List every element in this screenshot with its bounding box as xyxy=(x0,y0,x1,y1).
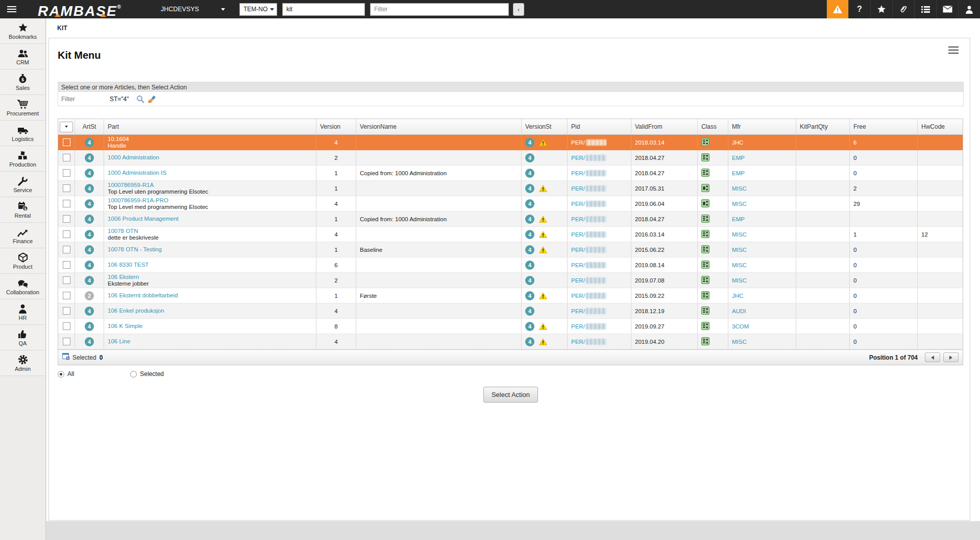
part-link[interactable]: 1000786959-R1A xyxy=(108,182,208,189)
sidebar-item-rental[interactable]: $ Rental xyxy=(0,197,45,223)
attachments-button[interactable] xyxy=(892,0,914,18)
sidebar-item-production[interactable]: Production xyxy=(0,146,45,172)
sidebar-item-sales[interactable]: $ Sales xyxy=(0,69,45,95)
row-checkbox[interactable] xyxy=(63,261,70,269)
part-link[interactable]: 106 8330 TEST xyxy=(108,262,149,268)
pid-link[interactable]: PER/ xyxy=(571,216,585,222)
radio-all[interactable] xyxy=(58,371,64,378)
mfr-link[interactable]: EMP xyxy=(732,216,745,222)
part-link[interactable]: 106 Eksternt dobbeltarbeid xyxy=(108,292,178,299)
sidebar-item-admin[interactable]: Admin xyxy=(0,350,45,376)
pid-link[interactable]: PER/ xyxy=(571,201,585,207)
table-row[interactable]: 4 10.1604 Handle 4 4 PER/ 2018.03.14 JHC… xyxy=(58,135,963,150)
pid-link[interactable]: PER/ xyxy=(571,247,585,253)
column-header-kitpartqty[interactable]: KitPartQty xyxy=(796,119,850,134)
pid-link[interactable]: PER/ xyxy=(571,293,585,299)
sidebar-item-service[interactable]: Service xyxy=(0,172,45,197)
column-header-class[interactable]: Class xyxy=(698,119,728,134)
part-link[interactable]: 1000786959-R1A-PRO xyxy=(108,197,208,204)
row-checkbox[interactable] xyxy=(63,246,70,253)
mfr-link[interactable]: MISC xyxy=(732,262,747,268)
column-header-part[interactable]: Part xyxy=(104,119,316,134)
mfr-link[interactable]: MISC xyxy=(732,201,747,207)
table-row[interactable]: 4 10078 OTN dette er beskrivesle 4 4 PER… xyxy=(58,227,963,242)
row-checkbox[interactable] xyxy=(63,184,70,192)
panel-menu-hamburger-icon[interactable] xyxy=(948,46,959,54)
part-link[interactable]: 106 Enkel produksjon xyxy=(108,308,164,314)
table-row[interactable]: 4 106 K Simple 8 4 PER/ 2019.09.27 3COM … xyxy=(58,319,963,334)
column-header-versionst[interactable]: VersionSt xyxy=(522,119,568,134)
column-header-free[interactable]: Free xyxy=(850,119,918,134)
mfr-link[interactable]: MISC xyxy=(732,277,747,284)
select-all-dropdown[interactable] xyxy=(60,122,73,132)
mfr-link[interactable]: MISC xyxy=(732,247,747,253)
next-page-button[interactable] xyxy=(943,353,959,362)
mfr-link[interactable]: MISC xyxy=(732,231,747,238)
sidebar-item-crm[interactable]: CRM xyxy=(0,44,45,69)
row-checkbox[interactable] xyxy=(63,215,70,223)
part-link[interactable]: 1000 Administration IS xyxy=(108,170,166,176)
global-filter-input[interactable] xyxy=(370,3,509,16)
sidebar-item-hr[interactable]: HR xyxy=(0,299,45,325)
column-header-versionname[interactable]: VersionName xyxy=(356,119,522,134)
table-row[interactable]: 4 1000786959-R1A Top Level uten programm… xyxy=(58,181,963,196)
database-select[interactable]: TEM-NO xyxy=(239,3,277,16)
row-checkbox[interactable] xyxy=(63,338,70,345)
mfr-link[interactable]: 3COM xyxy=(732,323,749,330)
part-link[interactable]: 106 Ekstern xyxy=(108,274,149,280)
tasks-list-button[interactable] xyxy=(914,0,936,18)
pid-link[interactable]: PER/ xyxy=(571,323,585,330)
row-checkbox[interactable] xyxy=(63,169,70,177)
table-row[interactable]: 4 106 Ekstern Eksterne jobber 2 4 PER/ 2… xyxy=(58,273,963,288)
table-row[interactable]: 4 1000 Administration IS 1 Copied from: … xyxy=(58,166,963,181)
table-row[interactable]: 2 106 Eksternt dobbeltarbeid 1 Første 4 … xyxy=(58,288,963,303)
system-select[interactable]: JHCDEVSYS xyxy=(161,0,228,18)
sidebar-item-collaboration[interactable]: Collaboration xyxy=(0,274,45,299)
row-checkbox[interactable] xyxy=(63,276,70,284)
mfr-link[interactable]: MISC xyxy=(732,339,747,345)
table-row[interactable]: 4 1006 Product Management 1 Copied from:… xyxy=(58,212,963,227)
prev-page-button[interactable] xyxy=(925,353,940,362)
sidebar-item-bookmarks[interactable]: Bookmarks xyxy=(0,18,45,44)
column-header-pid[interactable]: Pid xyxy=(568,119,631,134)
pid-link[interactable]: PER/ xyxy=(571,170,585,176)
user-account-button[interactable] xyxy=(958,0,980,18)
row-checkbox[interactable] xyxy=(63,138,70,146)
global-search-input[interactable] xyxy=(282,3,365,16)
row-checkbox[interactable] xyxy=(63,154,70,161)
mfr-link[interactable]: JHC xyxy=(732,293,743,299)
alert-button[interactable] xyxy=(826,0,848,18)
table-row[interactable]: 4 106 Line 4 4 PER/ 2019.04.20 MISC 0 xyxy=(58,334,963,349)
pid-link[interactable]: PER/ xyxy=(571,277,585,284)
mfr-link[interactable]: JHC xyxy=(732,139,743,146)
radio-selected[interactable] xyxy=(130,371,137,378)
collapse-search-button[interactable]: ‹ xyxy=(513,3,524,16)
part-link[interactable]: 10.1604 xyxy=(108,136,129,143)
favorites-button[interactable] xyxy=(870,0,892,18)
pid-link[interactable]: PER/ xyxy=(571,308,585,314)
row-checkbox[interactable] xyxy=(63,230,70,238)
select-action-button[interactable]: Select Action xyxy=(483,387,538,403)
pid-link[interactable]: PER/ xyxy=(571,339,585,345)
pid-link[interactable]: PER/ xyxy=(571,185,585,192)
pid-link[interactable]: PER/ xyxy=(571,231,585,238)
row-checkbox[interactable] xyxy=(63,322,70,330)
row-checkbox[interactable] xyxy=(63,200,70,207)
clear-filter-broom-icon[interactable] xyxy=(148,95,157,103)
column-header-artst[interactable]: ArtSt xyxy=(75,119,104,134)
table-row[interactable]: 4 1000786959-R1A-PRO Top Level med progr… xyxy=(58,196,963,212)
sidebar-item-finance[interactable]: Finance xyxy=(0,223,45,248)
table-row[interactable]: 4 1000 Administration 2 4 PER/ 2018.04.2… xyxy=(58,150,963,166)
mfr-link[interactable]: EMP xyxy=(732,170,745,176)
column-header-hwcode[interactable]: HwCode xyxy=(918,119,962,134)
table-row[interactable]: 4 10078 OTN - Testing 1 Baseline 4 PER/ … xyxy=(58,242,963,257)
pid-link[interactable]: PER/ xyxy=(571,155,585,161)
part-link[interactable]: 106 Line xyxy=(108,338,130,345)
mfr-link[interactable]: EMP xyxy=(732,155,745,161)
part-link[interactable]: 1000 Administration xyxy=(108,154,159,161)
mfr-link[interactable]: AUDI xyxy=(732,308,746,314)
pid-link[interactable]: PER/ xyxy=(571,139,585,146)
part-link[interactable]: 10078 OTN xyxy=(108,228,159,234)
pid-link[interactable]: PER/ xyxy=(571,262,585,268)
row-checkbox[interactable] xyxy=(63,307,70,315)
